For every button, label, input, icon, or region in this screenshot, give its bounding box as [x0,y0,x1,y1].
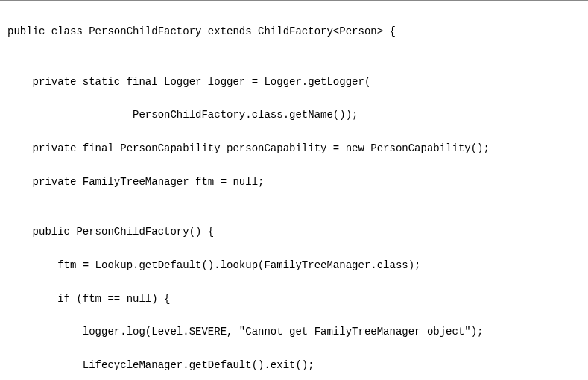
code-line: logger.log(Level.SEVERE, "Cannot get Fam… [7,323,581,340]
code-line: public class PersonChildFactory extends … [7,23,581,39]
code-line: private final PersonCapability personCap… [7,140,581,156]
code-line: PersonChildFactory.class.getName()); [7,107,581,123]
code-line: ftm = Lookup.getDefault().lookup(FamilyT… [7,257,581,273]
code-listing: public class PersonChildFactory extends … [7,7,581,380]
code-line: LifecycleManager.getDefault().exit(); [7,357,581,373]
code-line: private FamilyTreeManager ftm = null; [7,174,581,190]
code-line: if (ftm == null) { [7,291,581,307]
code-line: private static final Logger logger = Log… [7,74,581,90]
code-line: public PersonChildFactory() { [7,224,581,240]
